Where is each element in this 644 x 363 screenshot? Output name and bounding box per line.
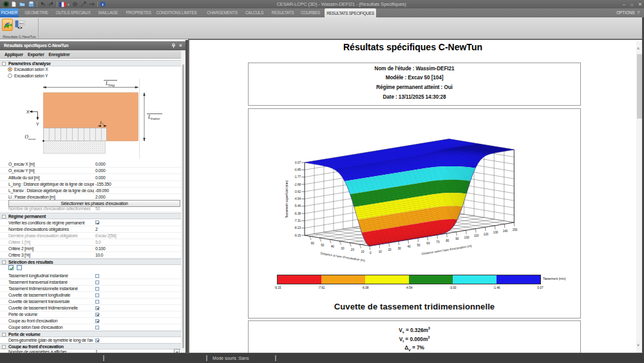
svg-text:Distance selon l'axe d'excavat: Distance selon l'axe d'excavation (m)	[421, 244, 472, 256]
svg-text:i: i	[102, 2, 104, 6]
svg-text:70: 70	[436, 240, 440, 244]
svg-text:-2.68: -2.68	[294, 183, 301, 186]
svg-text:80: 80	[446, 239, 450, 242]
svg-text:Oexcav: Oexcav	[25, 134, 37, 141]
svg-text:-1.77: -1.77	[294, 175, 301, 179]
svg-text:60: 60	[426, 242, 430, 245]
svg-text:-4.54: -4.54	[294, 197, 301, 201]
svg-text:150: 150	[513, 228, 518, 231]
svg-text:-9.15: -9.15	[294, 234, 301, 237]
svg-text:-3.62: -3.62	[294, 190, 301, 193]
svg-text:40: 40	[331, 245, 335, 248]
svg-text:0.07: 0.07	[295, 161, 301, 164]
svg-text:Distance à l'axe d'excavation: Distance à l'axe d'excavation (m)	[320, 251, 365, 262]
svg-text:10: 10	[379, 250, 383, 253]
svg-text:-8.23: -8.23	[294, 226, 301, 230]
svg-text:30: 30	[341, 247, 345, 250]
svg-text:Llong: Llong	[105, 81, 115, 87]
svg-text:-0.85: -0.85	[294, 168, 301, 172]
svg-text:Tassement superficiel (mm): Tassement superficiel (mm)	[285, 180, 289, 218]
svg-text:140: 140	[503, 230, 508, 233]
svg-text:100: 100	[464, 236, 469, 239]
svg-text:-6.38: -6.38	[294, 212, 301, 215]
svg-text:-5.46: -5.46	[294, 204, 301, 208]
svg-text:Y: Y	[36, 122, 39, 126]
svg-text:20: 20	[388, 248, 392, 251]
svg-text:Ltransv: Ltransv	[147, 114, 160, 121]
svg-text:60: 60	[311, 242, 315, 245]
svg-text:110: 110	[474, 234, 479, 237]
svg-text:90: 90	[455, 237, 459, 240]
svg-text:10: 10	[361, 250, 365, 253]
svg-text:130: 130	[493, 231, 498, 234]
svg-text:40: 40	[407, 245, 411, 248]
svg-text:X: X	[26, 110, 30, 114]
svg-text:20: 20	[351, 248, 355, 251]
svg-text:0: 0	[370, 251, 372, 255]
svg-text:-7.31: -7.31	[294, 219, 301, 222]
svg-text:30: 30	[398, 247, 402, 250]
svg-text:50: 50	[417, 244, 421, 247]
svg-text:50: 50	[321, 244, 325, 247]
svg-text:120: 120	[484, 233, 489, 236]
